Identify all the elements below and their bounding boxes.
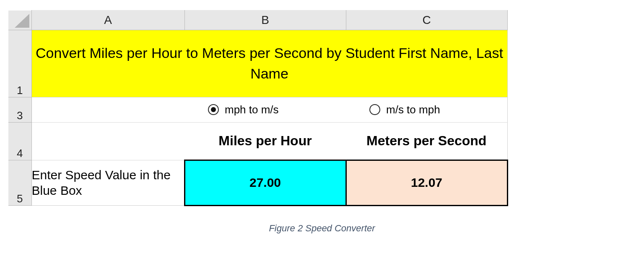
cell-B3[interactable]: mph to m/s [184,97,346,122]
row-5: 5 Enter Speed Value in the Blue Box 27.0… [8,160,507,205]
speed-input-cell[interactable]: 27.00 [184,160,346,205]
row-header-4[interactable]: 4 [8,122,31,160]
figure-caption: Figure 2 Speed Converter [0,223,644,234]
row-header-5[interactable]: 5 [8,160,31,205]
unit-header-left[interactable]: Miles per Hour [184,122,346,160]
select-all-triangle-icon [8,10,31,30]
radio-icon [369,104,380,115]
spreadsheet-grid: A B C 1 Convert Miles per Hour to Meters… [8,10,508,206]
cell-C3[interactable]: m/s to mph [346,97,507,122]
row-3: 3 mph to m/s m/s to mph [8,97,507,122]
cell-A3[interactable] [31,97,184,122]
radio-icon [208,104,219,115]
column-header-A[interactable]: A [31,10,184,30]
radio-label: m/s to mph [386,103,440,116]
column-header-B[interactable]: B [184,10,346,30]
input-instruction-label[interactable]: Enter Speed Value in the Blue Box [31,160,184,205]
select-all-corner[interactable] [8,10,31,30]
title-cell[interactable]: Convert Miles per Hour to Meters per Sec… [31,30,507,97]
row-header-3[interactable]: 3 [8,97,31,122]
row-1: 1 Convert Miles per Hour to Meters per S… [8,30,507,97]
radio-ms-to-mph[interactable]: m/s to mph [346,103,507,116]
speed-output-cell[interactable]: 12.07 [346,160,507,205]
cell-A4[interactable] [31,122,184,160]
column-header-row: A B C [8,10,507,30]
svg-marker-0 [15,14,29,28]
radio-mph-to-ms[interactable]: mph to m/s [184,103,346,116]
unit-header-right[interactable]: Meters per Second [346,122,507,160]
row-4: 4 Miles per Hour Meters per Second [8,122,507,160]
row-header-1[interactable]: 1 [8,30,31,97]
column-header-C[interactable]: C [346,10,507,30]
radio-label: mph to m/s [225,103,279,116]
